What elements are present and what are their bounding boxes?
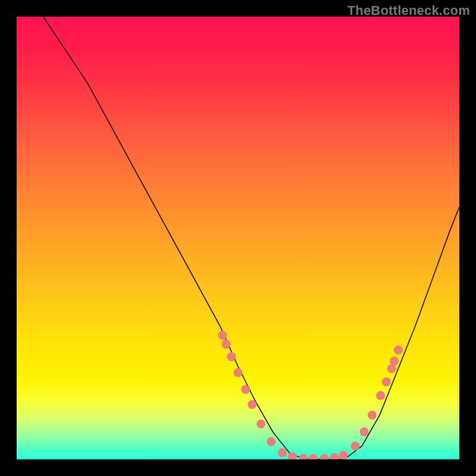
- data-point-marker: [320, 454, 329, 459]
- data-point-marker: [278, 448, 287, 457]
- data-point-marker: [351, 441, 360, 450]
- chart-svg: [17, 17, 459, 459]
- data-point-marker: [218, 331, 227, 340]
- data-point-marker: [360, 427, 369, 436]
- data-point-marker: [267, 437, 275, 446]
- curve-line: [43, 17, 459, 459]
- data-point-marker: [234, 368, 243, 377]
- data-point-marker: [390, 356, 399, 365]
- data-point-marker: [299, 454, 308, 459]
- data-point-marker: [227, 352, 236, 361]
- data-point-marker: [248, 400, 256, 409]
- data-point-marker: [256, 419, 265, 428]
- data-point-marker: [394, 346, 403, 355]
- data-point-marker: [382, 377, 391, 386]
- data-point-marker: [376, 391, 385, 400]
- data-point-marker: [241, 385, 250, 394]
- data-point-marker: [309, 454, 318, 459]
- data-point-marker: [330, 453, 339, 459]
- data-point-marker: [368, 411, 377, 419]
- plot-area: [17, 17, 459, 459]
- data-point-marker: [221, 340, 230, 349]
- data-point-marker: [339, 451, 348, 459]
- chart-frame: [17, 17, 459, 459]
